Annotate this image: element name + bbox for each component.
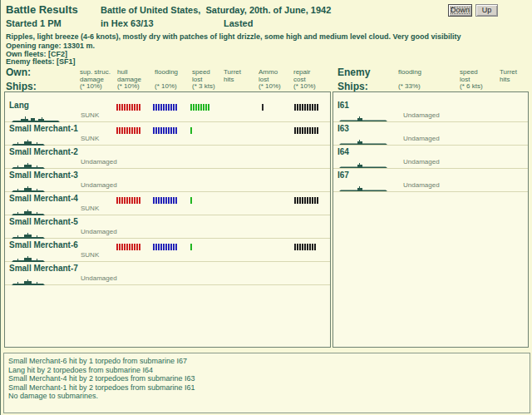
ship-name: I64 (337, 147, 349, 156)
log-line: Lang hit by 2 torpedoes from submarine I… (8, 366, 525, 375)
ship-name: Small Merchant-4 (9, 194, 78, 203)
ship-row: Small Merchant-6SUNK (5, 239, 330, 262)
column-header: flooding (* 33%) (398, 69, 421, 91)
battle-lasted: Lasted (224, 18, 253, 28)
column-header: Turrethits (500, 69, 517, 91)
ship-name: Small Merchant-3 (9, 170, 78, 180)
merchant-icon (11, 181, 46, 189)
ship-row: Small Merchant-1SUNK (5, 122, 330, 146)
ship-status: Undamaged (403, 111, 440, 119)
ship-status: SUNK (81, 251, 99, 259)
submarine-icon (339, 158, 387, 166)
column-header: sup. struc.damage(* 10%) (80, 69, 111, 91)
battle-log: Small Merchant-6 hit by 1 torpedo from s… (3, 353, 530, 413)
merchant-icon (11, 135, 46, 142)
down-button[interactable]: Down (448, 4, 472, 17)
submarine-icon (339, 111, 387, 119)
repair-damage-bar (294, 104, 318, 111)
hull-damage-bar (116, 197, 140, 204)
speed-damage-bar (190, 244, 192, 250)
column-header: speedlost(* 6 kts) (460, 69, 483, 91)
ship-name: Small Merchant-6 (9, 240, 78, 249)
speed-damage-bar (190, 104, 209, 111)
speed-damage-bar (190, 197, 192, 204)
column-header: repaircost(* 10%) (293, 69, 316, 91)
ship-row: Small Merchant-4SUNK (5, 192, 330, 215)
column-header: Ammolost(* 10%) (259, 69, 281, 91)
ammo-damage-bar (262, 104, 264, 111)
hull-damage-bar (116, 244, 140, 250)
merchant-icon (11, 228, 46, 235)
ship-name: I67 (337, 170, 349, 180)
ship-status: Undamaged (81, 181, 117, 189)
ship-row: I64Undamaged (333, 146, 528, 169)
ship-row: Small Merchant-7Undamaged (5, 262, 330, 285)
flooding-damage-bar (153, 104, 177, 111)
ship-row: Small Merchant-5Undamaged (5, 215, 330, 239)
up-button[interactable]: Up (475, 4, 498, 17)
ship-status: SUNK (81, 135, 99, 142)
merchant-icon (11, 158, 46, 166)
ship-row: I61Undamaged (333, 99, 528, 122)
repair-damage-bar (294, 197, 318, 204)
ship-name: Small Merchant-7 (9, 264, 78, 273)
speed-damage-bar (190, 127, 192, 134)
column-header: hulldamage(* 10%) (117, 69, 141, 91)
ship-row: Small Merchant-3Undamaged (5, 169, 330, 192)
ship-name: Lang (9, 101, 29, 110)
log-line: Small Merchant-4 hit by 2 torpedoes from… (8, 374, 525, 383)
ship-status: Undamaged (403, 181, 440, 189)
log-line: Small Merchant-6 hit by 1 torpedo from s… (8, 357, 525, 366)
ship-status: Undamaged (81, 158, 117, 166)
ship-name: Small Merchant-5 (9, 217, 78, 226)
ship-status: SUNK (81, 111, 99, 119)
ship-status: Undamaged (81, 228, 117, 235)
ship-status: Undamaged (403, 135, 440, 142)
battle-hex: in Hex 63/13 (101, 18, 154, 28)
ship-name: Small Merchant-1 (9, 124, 78, 133)
merchant-icon (11, 274, 46, 282)
enemy-ships-panel: I61UndamagedI63UndamagedI64UndamagedI67U… (332, 91, 529, 348)
ship-row: LangSUNK (5, 99, 330, 122)
enemy-fleets: Enemy fleets: [SF1] (6, 57, 76, 66)
destroyer-icon (11, 111, 61, 119)
ship-status: Undamaged (403, 158, 440, 166)
battle-start-time: Started 1 PM (6, 18, 62, 28)
column-header: Turrethits (224, 69, 241, 91)
flooding-damage-bar (153, 244, 177, 250)
merchant-icon (11, 205, 46, 212)
log-line: No damage to submarines. (8, 392, 525, 401)
ship-status: SUNK (81, 205, 99, 212)
submarine-icon (339, 181, 387, 189)
ship-name: Small Merchant-2 (9, 147, 78, 156)
hull-damage-bar (116, 104, 140, 111)
merchant-icon (11, 251, 46, 259)
repair-damage-bar (294, 244, 316, 250)
weather-report: Ripples, light breeze (4-6 knots), mostl… (6, 32, 461, 41)
ship-row: I67Undamaged (333, 169, 528, 192)
battle-name: Battle of United States, Saturday, 20th.… (101, 5, 331, 15)
hull-damage-bar (116, 127, 140, 134)
ship-name: I61 (337, 101, 349, 110)
flooding-damage-bar (153, 127, 177, 134)
ship-status: Undamaged (81, 274, 117, 282)
ship-row: Small Merchant-2Undamaged (5, 146, 330, 169)
page-title: Battle Results (6, 3, 78, 16)
flooding-damage-bar (153, 197, 177, 204)
opening-range: Opening range: 13301 m. (6, 42, 95, 50)
ship-row: I63Undamaged (333, 122, 528, 146)
submarine-icon (339, 135, 387, 142)
column-header: speedlost(* 3 kts) (192, 69, 215, 91)
column-headers: sup. struc.damage(* 10%)hulldamage(* 10%… (1, 69, 532, 91)
battle-results-window: { "header": { "title": "Battle Results",… (0, 0, 532, 415)
repair-damage-bar (294, 127, 318, 134)
ship-name: I63 (337, 124, 349, 133)
column-header: flooding (* 10%) (155, 69, 178, 91)
own-ships-panel: LangSUNKSmall Merchant-1SUNKSmall Mercha… (4, 91, 331, 348)
log-line: Small Merchant-1 hit by 2 torpedoes from… (8, 383, 525, 393)
